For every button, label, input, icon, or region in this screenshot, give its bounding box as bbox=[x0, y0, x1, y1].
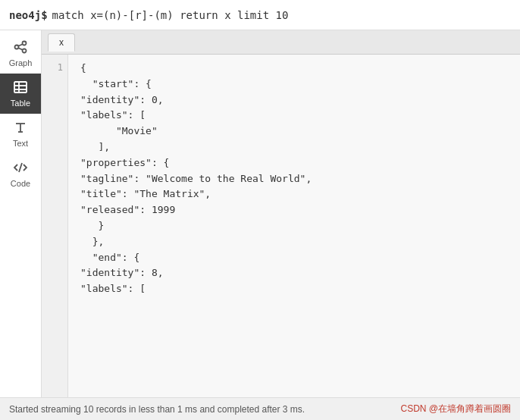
text-icon bbox=[13, 120, 28, 137]
svg-line-4 bbox=[18, 48, 23, 50]
prompt-text: neo4j$ bbox=[9, 9, 48, 21]
sidebar-code-label: Code bbox=[11, 179, 30, 188]
svg-point-2 bbox=[23, 49, 27, 53]
svg-line-3 bbox=[18, 44, 23, 46]
status-message: Started streaming 10 records in less tha… bbox=[9, 404, 305, 415]
sidebar-graph-label: Graph bbox=[9, 58, 33, 67]
svg-rect-5 bbox=[14, 82, 27, 92]
query-text: match x=(n)-[r]-(m) return x limit 10 bbox=[52, 9, 289, 21]
svg-line-12 bbox=[19, 163, 22, 172]
code-content[interactable]: { "start": { "identity": 0, "labels": [ … bbox=[68, 55, 520, 397]
graph-icon bbox=[13, 39, 28, 57]
sidebar-item-code[interactable]: Code bbox=[0, 154, 41, 194]
sidebar-text-label: Text bbox=[13, 139, 28, 148]
query-prompt: neo4j$ bbox=[9, 9, 48, 21]
status-bar: Started streaming 10 records in less tha… bbox=[0, 397, 520, 420]
sidebar-table-label: Table bbox=[11, 99, 30, 108]
tab-x-label: x bbox=[59, 37, 64, 48]
sidebar-item-text[interactable]: Text bbox=[0, 114, 41, 154]
code-icon bbox=[13, 160, 28, 177]
tab-x[interactable]: x bbox=[48, 33, 75, 52]
content-pane: x 1 { "start": { "identity": 0, "labels"… bbox=[42, 30, 520, 397]
sidebar-item-graph[interactable]: Graph bbox=[0, 33, 41, 74]
table-icon bbox=[13, 80, 28, 97]
query-bar: neo4j$ match x=(n)-[r]-(m) return x limi… bbox=[0, 0, 520, 30]
line-number-1: 1 bbox=[58, 62, 63, 73]
main-area: Graph Table Text bbox=[0, 30, 520, 397]
svg-point-1 bbox=[23, 42, 27, 45]
line-numbers: 1 bbox=[42, 55, 68, 397]
sidebar: Graph Table Text bbox=[0, 30, 42, 397]
sidebar-item-table[interactable]: Table bbox=[0, 74, 41, 114]
tabs-row: x bbox=[42, 30, 520, 55]
svg-point-0 bbox=[15, 45, 19, 49]
result-code: { "start": { "identity": 0, "labels": [ … bbox=[80, 61, 508, 297]
result-area: 1 { "start": { "identity": 0, "labels": … bbox=[42, 55, 520, 397]
status-credit: CSDN @在墙角蹲着画圆圈 bbox=[400, 403, 511, 415]
